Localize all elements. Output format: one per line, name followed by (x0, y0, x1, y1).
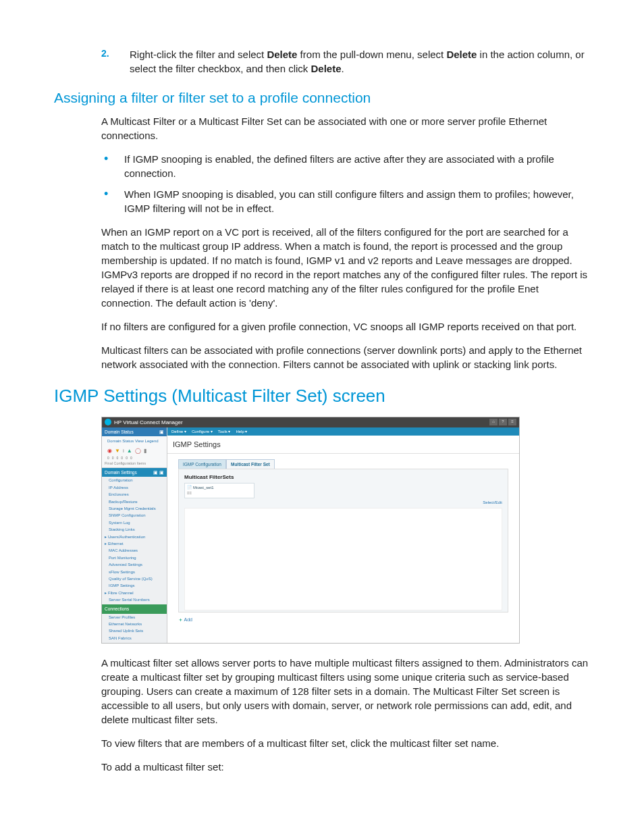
config-items-label: Final Configuration Items (105, 461, 164, 467)
status-warning-icon[interactable]: ▼ (115, 447, 120, 454)
sidebar-server-profiles[interactable]: Server Profiles (102, 614, 167, 621)
status-info-icon[interactable]: i (123, 447, 124, 454)
status-more-icon[interactable]: ▮ (144, 447, 146, 454)
home-icon[interactable]: ⌂ (489, 419, 498, 425)
sidebar-ip-address[interactable]: IP Address (102, 484, 167, 491)
connections-header[interactable]: Connections (102, 604, 167, 613)
sidebar-advanced-settings[interactable]: Advanced Settings (102, 561, 167, 568)
hp-logo-icon (105, 419, 111, 425)
filterset-item[interactable]: 📄Mcast_set1 ≡≡ (184, 483, 254, 498)
assign-intro: A Multicast Filter or a Multicast Filter… (101, 114, 590, 142)
add-icon[interactable]: ＋ (178, 617, 183, 622)
bullet-2: When IGMP snooping is disabled, you can … (101, 187, 590, 215)
filtersets-panel: Multicast FilterSets 📄Mcast_set1 ≡≡ Sele… (178, 469, 508, 613)
assign-p3: If no filters are configured for a given… (101, 319, 590, 334)
add-link[interactable]: Add (184, 617, 192, 622)
sidebar-sflow-settings[interactable]: sFlow Settings (102, 569, 167, 575)
sidebar-qos[interactable]: Quality of Service (QoS) (102, 575, 167, 582)
menu-define[interactable]: Define ▾ (171, 429, 186, 434)
status-icons-row: ◉ ▼ i ▲ ◯ ▮ (105, 445, 164, 455)
sidebar-enclosures[interactable]: Enclosures (102, 491, 167, 498)
sidebar-san-fabrics[interactable]: SAN Fabrics (102, 635, 167, 642)
collapse-icon: ▣ (159, 429, 164, 435)
embedded-screenshot: HP Virtual Connect Manager ⌂ ? ≡ Domain … (101, 417, 520, 644)
domain-status-links[interactable]: Domain Status View Legend (105, 437, 164, 445)
ss-title-buttons: ⌂ ? ≡ (489, 419, 516, 425)
filterset-icon: 📄 (187, 486, 192, 490)
add-row: ＋ Add (178, 617, 508, 623)
assign-p4: Multicast filters can be associated with… (101, 343, 590, 371)
sidebar-group-users[interactable]: Users/Authentication (102, 533, 167, 540)
ss-sidebar: Domain Status▣ Domain Status View Legend… (102, 427, 167, 643)
sidebar-storage-creds[interactable]: Storage Mgmt Credentials (102, 505, 167, 512)
step-number: 2. (101, 47, 111, 76)
after-ss-p2: To view filters that are members of a mu… (101, 736, 590, 750)
ss-menubar: Define ▾ Configure ▾ Tools ▾ Help ▾ (167, 427, 519, 436)
menu-tools[interactable]: Tools ▾ (218, 429, 231, 434)
help-icon[interactable]: ? (499, 419, 507, 425)
domain-status-header[interactable]: Domain Status▣ (102, 427, 167, 436)
step-list: 2. Right-click the filter and select Del… (54, 47, 590, 76)
sidebar-igmp-settings[interactable]: IGMP Settings (102, 582, 167, 589)
sidebar-group-ethernet[interactable]: Ethernet (102, 540, 167, 547)
assign-p2: When an IGMP report on a VC port is rece… (101, 225, 590, 310)
panel-title: Multicast FilterSets (184, 473, 502, 481)
sidebar-system-log[interactable]: System Log (102, 519, 167, 526)
menu-help[interactable]: Help ▾ (236, 429, 247, 434)
assign-bullets: If IGMP snooping is enabled, the defined… (54, 152, 590, 215)
sidebar-shared-uplink[interactable]: Shared Uplink Sets (102, 627, 167, 634)
menu-icon[interactable]: ≡ (508, 419, 516, 425)
status-critical-icon[interactable]: ◉ (107, 447, 112, 454)
domain-settings-header[interactable]: Domain Settings▣ ▣ (102, 468, 167, 477)
sidebar-configuration[interactable]: Configuration (102, 477, 167, 484)
bullet-1: If IGMP snooping is enabled, the defined… (101, 152, 590, 180)
sidebar-mac-addresses[interactable]: MAC Addresses (102, 547, 167, 554)
after-ss-p1: A multicast filter set allows server por… (101, 656, 590, 727)
ss-app-title: HP Virtual Connect Manager (114, 419, 183, 426)
heading-igmp-screen: IGMP Settings (Multicast Filter Set) scr… (54, 384, 590, 408)
step-text: Right-click the filter and select Delete… (130, 47, 590, 76)
select-edit-link[interactable]: Select/Edit (483, 500, 502, 504)
filtersets-empty-area (184, 508, 502, 610)
ss-tabs: IGMP Configuration Multicast Filter Set (178, 459, 519, 469)
tab-igmp-config[interactable]: IGMP Configuration (178, 459, 226, 469)
sidebar-ethernet-networks[interactable]: Ethernet Networks (102, 621, 167, 627)
ss-titlebar: HP Virtual Connect Manager ⌂ ? ≡ (102, 417, 519, 427)
sidebar-backup-restore[interactable]: Backup/Restore (102, 498, 167, 505)
step-2: 2. Right-click the filter and select Del… (54, 47, 590, 76)
sidebar-snmp-config[interactable]: SNMP Configuration (102, 512, 167, 519)
sidebar-group-fc[interactable]: Fibre Channel (102, 590, 167, 596)
tab-multicast-filter-set[interactable]: Multicast Filter Set (226, 459, 275, 469)
ss-main: Define ▾ Configure ▾ Tools ▾ Help ▾ IGMP… (167, 427, 519, 643)
heading-assign-filter: Assigning a filter or filter set to a pr… (54, 88, 590, 107)
after-ss-p3: To add a multicast filter set: (101, 760, 590, 774)
menu-configure[interactable]: Configure ▾ (192, 429, 213, 434)
ss-page-title: IGMP Settings (167, 436, 519, 453)
status-ok-icon[interactable]: ▲ (127, 447, 132, 454)
status-other-icon[interactable]: ◯ (135, 447, 141, 454)
sidebar-port-monitoring[interactable]: Port Monitoring (102, 554, 167, 561)
sidebar-stacking-links[interactable]: Stacking Links (102, 526, 167, 533)
sidebar-server-serial[interactable]: Server Serial Numbers (102, 596, 167, 603)
